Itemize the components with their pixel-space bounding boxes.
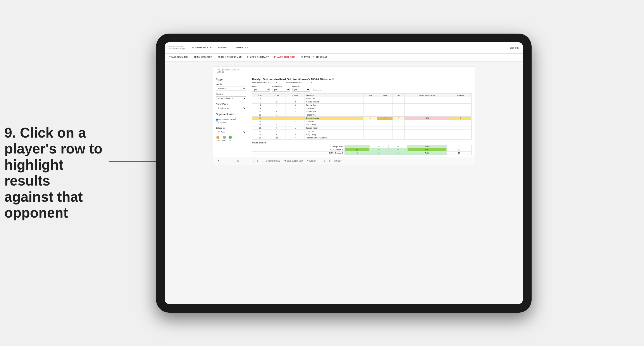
colour-by-select[interactable]: Win/loss: [216, 130, 246, 134]
out-div-team-name: NAIA Division 1: [252, 148, 345, 151]
gender-label: Gender: [216, 83, 246, 85]
toolbar-undo[interactable]: ↺: [216, 159, 220, 163]
table-cell: Haeju Hyun: [304, 113, 363, 116]
toolbar-dots[interactable]: ···: [247, 159, 250, 163]
sign-out-button[interactable]: Sign out: [506, 46, 518, 49]
table-row[interactable]: 1691Jessica Mason: [252, 126, 472, 130]
table-cell: [450, 130, 471, 133]
out-div-win: 5: [345, 151, 370, 155]
col-header-rounds: Rounds: [450, 93, 471, 97]
table-cell: [377, 136, 392, 139]
division-filter-group: Division NCAA Division III: [216, 93, 246, 100]
table-row[interactable]: 1063Andrea York: [252, 110, 472, 113]
table-cell: [363, 133, 377, 136]
tab-player-h2h-grid[interactable]: PLAYER H2H GRID: [274, 54, 296, 61]
table-cell: 2: [268, 100, 286, 103]
table-row[interactable]: 19106Emily Chang: [252, 133, 472, 136]
table-row[interactable]: 31Esther Lee: [252, 97, 472, 100]
table-cell: Federica Domecq Lacroze: [304, 136, 363, 139]
toolbar-copy[interactable]: ⊡: [323, 159, 326, 163]
table-row[interactable]: 522Alexis Sudjianto: [252, 100, 472, 103]
nav-committee[interactable]: COMMITTEE: [233, 45, 248, 50]
table-cell: 1: [268, 116, 286, 120]
tablet-frame: SCOREBOARD Powered by clippd TOURNAMENTS…: [156, 33, 532, 313]
table-row[interactable]: 131Haeju Hyun: [252, 113, 472, 116]
table-cell: 3: [286, 103, 304, 107]
table-cell: Eunice Yi: [304, 120, 363, 123]
table-row[interactable]: 1822Euna Lee: [252, 130, 472, 133]
table-cell: [377, 123, 392, 126]
table-cell: 9: [252, 107, 268, 110]
toolbar-grid2[interactable]: ⊞: [328, 159, 332, 163]
toolbar-back[interactable]: ←: [222, 159, 226, 163]
table-cell: [363, 103, 377, 107]
out-of-div-row[interactable]: NAIA Division 115009.26730: [252, 148, 472, 151]
toolbar-forward[interactable]: →: [227, 159, 231, 163]
region-filter-select[interactable]: (All): [252, 88, 270, 92]
col-header-opponent: Opponent: [304, 93, 363, 97]
table-cell: [404, 133, 450, 136]
table-cell: [286, 113, 304, 116]
out-div-diff: 7.400: [408, 151, 447, 155]
toolbar-refresh[interactable]: ⊙: [256, 159, 260, 163]
toolbar-watch[interactable]: 👁 Watch ▾: [306, 159, 317, 163]
table-row[interactable]: 131Jessica Huang010-3.002: [252, 116, 472, 120]
radio-top100[interactable]: Top 100: [216, 121, 246, 124]
nav-teams[interactable]: TEAMS: [218, 45, 227, 50]
table-cell: [392, 113, 404, 116]
tab-team-h2h-grid[interactable]: TEAM H2H GRID: [194, 54, 212, 61]
table-row[interactable]: 613Sydney Kuo: [252, 103, 472, 107]
out-of-div-row[interactable]: Foreign Team1004.5002: [252, 145, 472, 148]
tab-team-summary[interactable]: TEAM SUMMARY: [169, 54, 188, 61]
division-select[interactable]: NCAA Division III: [216, 96, 246, 100]
table-row[interactable]: 1474Eunice Yi: [252, 120, 472, 123]
table-cell: [392, 133, 404, 136]
table-cell: [450, 103, 471, 107]
player-rank-select[interactable]: 8. Katelyn Vo: [216, 106, 246, 110]
nav-tournaments[interactable]: TOURNAMENTS: [192, 45, 212, 50]
table-cell: [404, 136, 450, 139]
table-cell: [392, 107, 404, 110]
table-cell: [450, 126, 471, 130]
toolbar-grid[interactable]: ⊞: [236, 159, 240, 163]
division-record-value: 331 - 34 - 6: [302, 82, 312, 84]
table-cell: 20: [252, 136, 268, 139]
out-of-div-row[interactable]: NCAA Division 25007.40010: [252, 151, 472, 155]
col-header-tie: Tie: [392, 93, 404, 97]
toolbar-expand[interactable]: ↔: [242, 159, 245, 163]
table-cell: Sharon Mun: [304, 107, 363, 110]
table-cell: 11: [268, 136, 286, 139]
table-row[interactable]: 914Sharon Mun: [252, 107, 472, 110]
out-of-division-table: Foreign Team1004.5002NAIA Division 11500…: [252, 145, 472, 155]
table-cell: [450, 136, 471, 139]
out-div-tie: 0: [388, 148, 408, 151]
out-div-team-name: Foreign Team: [252, 145, 345, 148]
tab-team-h2h-heatmap[interactable]: TEAM H2H HEATMAP: [218, 54, 242, 61]
table-cell: Emily Chang: [304, 133, 363, 136]
table-cell: 4: [286, 107, 304, 110]
table-cell: 1: [268, 113, 286, 116]
toolbar-share[interactable]: ⬡ Share: [333, 159, 342, 163]
opponent-filter-select[interactable]: (All): [292, 88, 310, 92]
table-cell: [363, 97, 377, 100]
out-div-rounds: 30: [447, 148, 472, 151]
table-cell: 13: [252, 116, 268, 120]
radio-opponents-played[interactable]: Opponents Played: [216, 118, 246, 121]
table-cell: 14: [252, 120, 268, 123]
tab-player-summary[interactable]: PLAYER SUMMARY: [247, 54, 269, 61]
gender-select[interactable]: Women's: [216, 87, 246, 90]
card-header: Last Updated: 27/03/2024 16:55:28: [213, 66, 474, 75]
table-row[interactable]: 1585Stella Cheng: [252, 123, 472, 126]
region-filter-label: Region: [252, 85, 270, 87]
table-row[interactable]: 20117Federica Domecq Lacroze: [252, 136, 472, 139]
toolbar-sep4: [320, 159, 320, 163]
toolbar-view-original[interactable]: ⊡ View: Original: [265, 159, 281, 163]
table-cell: [404, 100, 450, 103]
conference-filter-select[interactable]: (All): [272, 88, 290, 92]
table-cell: 16: [252, 126, 268, 130]
legend-row: Down Level Up: [216, 136, 246, 141]
tab-player-h2h-heatmap[interactable]: PLAYER H2H HEATMAP: [301, 54, 328, 61]
toolbar-save-custom[interactable]: 💾 Save Custom View: [283, 159, 304, 163]
table-cell: [392, 136, 404, 139]
table-cell: 0: [363, 116, 377, 120]
